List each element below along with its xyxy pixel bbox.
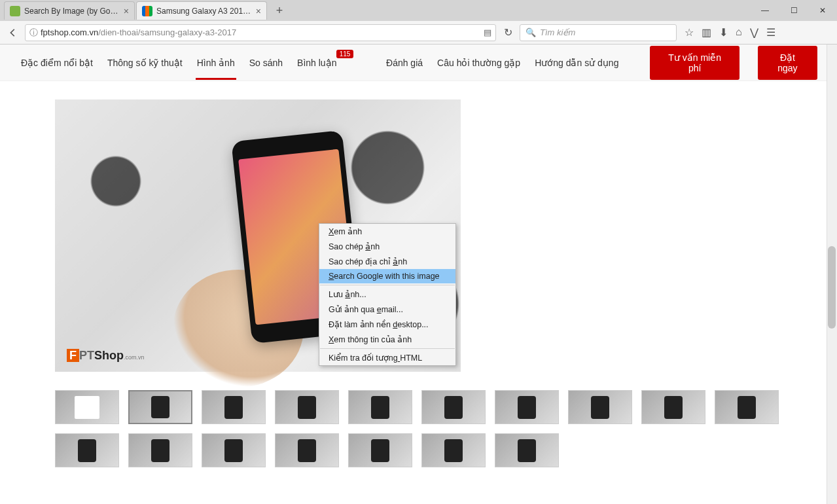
library-icon[interactable]: ▥: [702, 26, 711, 39]
context-menu-item[interactable]: Xem ảnh: [319, 224, 455, 239]
product-nav-item[interactable]: Câu hỏi thường gặp: [436, 46, 522, 80]
tab-bar: Search By Image (by Goog... × Samsung Ga…: [0, 0, 837, 21]
minimize-button[interactable]: —: [751, 1, 779, 20]
context-menu-item[interactable]: Đặt làm ảnh nền desktop...: [319, 317, 455, 332]
browser-chrome: Search By Image (by Goog... × Samsung Ga…: [0, 0, 837, 45]
context-menu-item[interactable]: Gửi ảnh qua email...: [319, 302, 455, 317]
thumbnail[interactable]: [202, 433, 266, 467]
separator: [320, 348, 455, 349]
context-menu-item[interactable]: Search Google with this image: [319, 269, 455, 283]
product-nav-item[interactable]: Bình luận115: [296, 46, 338, 80]
context-menu-item[interactable]: Sao chép ảnh: [319, 239, 455, 254]
thumbnail[interactable]: [421, 390, 486, 424]
thumbnail[interactable]: [55, 390, 119, 424]
context-menu: Xem ảnhSao chép ảnhSao chép địa chỉ ảnhS…: [319, 223, 456, 366]
tab-1[interactable]: Samsung Galaxy A3 2017 c... ×: [136, 1, 267, 20]
thumbnail[interactable]: [641, 390, 705, 424]
reader-icon[interactable]: ▤: [484, 27, 491, 37]
home-icon[interactable]: ⌂: [736, 26, 742, 39]
close-icon[interactable]: ×: [256, 6, 261, 16]
context-menu-item[interactable]: Lưu ảnh...: [319, 287, 455, 302]
context-menu-item[interactable]: Xem thông tin của ảnh: [319, 332, 455, 347]
back-button[interactable]: [4, 24, 22, 42]
pocket-icon[interactable]: ⋁: [750, 26, 758, 39]
reload-button[interactable]: ↻: [499, 24, 517, 42]
thumbnail[interactable]: [495, 390, 559, 424]
consult-button[interactable]: Tư vấn miễn phí: [650, 46, 739, 80]
product-nav-item[interactable]: Đặc điểm nổi bật: [20, 46, 94, 80]
close-icon[interactable]: ×: [124, 6, 129, 16]
thumbnail[interactable]: [715, 390, 779, 424]
nav-bar: ⓘ fptshop.com.vn /dien-thoai/samsung-gal…: [0, 21, 837, 45]
product-nav-item[interactable]: Hình ảnh: [196, 46, 236, 80]
vertical-scrollbar[interactable]: [827, 45, 837, 504]
url-host: fptshop.com.vn: [41, 27, 98, 37]
product-nav-item[interactable]: Thông số kỹ thuật: [106, 46, 184, 80]
thumbnail[interactable]: [128, 433, 192, 467]
window-controls: — ☐ ✕: [751, 1, 837, 20]
toolbar-icons: ☆ ▥ ⬇ ⌂ ⋁ ☰: [685, 26, 775, 39]
favicon-icon: [142, 6, 152, 16]
scroll-thumb[interactable]: [828, 246, 836, 329]
product-nav-item[interactable]: Đánh giá: [385, 46, 424, 80]
product-nav-item[interactable]: So sánh: [248, 46, 284, 80]
context-menu-item[interactable]: Sao chép địa chỉ ảnh: [319, 254, 455, 269]
comment-badge: 115: [336, 50, 354, 58]
search-placeholder: Tìm kiếm: [540, 27, 575, 37]
close-window-button[interactable]: ✕: [808, 1, 837, 20]
downloads-icon[interactable]: ⬇: [719, 26, 728, 39]
thumbnail[interactable]: [275, 390, 339, 424]
url-bar[interactable]: ⓘ fptshop.com.vn /dien-thoai/samsung-gal…: [25, 24, 496, 41]
watermark: FPTShop.com.vn: [67, 349, 145, 363]
favicon-icon: [10, 6, 20, 16]
thumbnail[interactable]: [568, 390, 632, 424]
order-button[interactable]: Đặt ngay: [758, 46, 817, 80]
new-tab-button[interactable]: +: [271, 3, 288, 18]
thumbnail[interactable]: [421, 433, 486, 467]
context-menu-item[interactable]: Kiểm tra đối tượng HTML: [319, 350, 455, 365]
product-nav: Đặc điểm nổi bậtThông số kỹ thuậtHình ản…: [0, 45, 837, 81]
thumbnail[interactable]: [202, 390, 266, 424]
url-actions: ▤: [484, 27, 491, 37]
thumbnail[interactable]: [55, 433, 119, 467]
tab-0[interactable]: Search By Image (by Goog... ×: [4, 1, 135, 20]
search-bar[interactable]: 🔍 Tìm kiếm: [520, 24, 677, 41]
maximize-button[interactable]: ☐: [779, 1, 808, 20]
thumbnail[interactable]: [348, 433, 412, 467]
bookmark-icon[interactable]: ☆: [685, 26, 694, 39]
url-path: /dien-thoai/samsung-galaxy-a3-2017: [98, 27, 236, 37]
thumbnail-grid: [55, 390, 817, 467]
thumbnail[interactable]: [495, 433, 559, 467]
info-icon: ⓘ: [29, 27, 38, 39]
thumbnail[interactable]: [275, 433, 339, 467]
search-icon: 🔍: [525, 27, 536, 37]
separator: [320, 285, 455, 285]
thumbnail[interactable]: [128, 390, 192, 424]
menu-icon[interactable]: ☰: [766, 26, 775, 39]
product-nav-item[interactable]: Hướng dẫn sử dụng: [533, 46, 620, 80]
tab-title: Samsung Galaxy A3 2017 c...: [156, 7, 252, 16]
thumbnail[interactable]: [348, 390, 412, 424]
tab-title: Search By Image (by Goog...: [24, 7, 120, 16]
